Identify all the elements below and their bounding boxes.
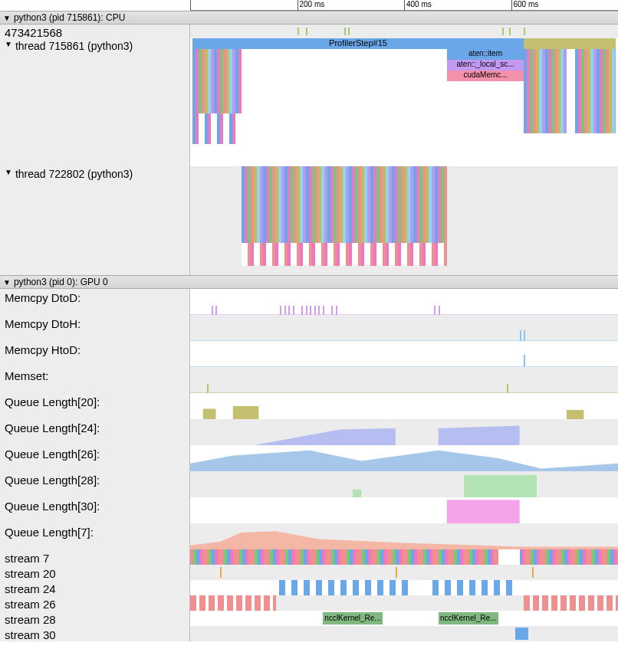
section-header-gpu[interactable]: ▼ python3 (pid 0): GPU 0 xyxy=(0,275,618,289)
stream-track[interactable] xyxy=(190,580,618,595)
gpu-row-label[interactable]: Memset: xyxy=(0,367,189,393)
gpu-row-label[interactable]: Memcpy DtoH: xyxy=(0,315,189,341)
chevron-down-icon: ▼ xyxy=(5,40,12,48)
queue-label[interactable]: Queue Length[26]: xyxy=(0,445,189,471)
nccl-kernel-bar[interactable]: ncclKernel_Re... xyxy=(323,612,383,624)
stream-track[interactable] xyxy=(190,549,618,565)
chevron-down-icon: ▼ xyxy=(5,168,12,176)
section-title: python3 (pid 715861): CPU xyxy=(14,12,125,23)
counter-label: 473421568 xyxy=(0,25,189,38)
stream-label[interactable]: stream 7 xyxy=(0,549,189,565)
svg-rect-0 xyxy=(464,475,537,497)
aten-local-bar[interactable]: aten::_local_sc... xyxy=(447,60,524,70)
stream-label[interactable]: stream 30 xyxy=(0,626,189,641)
counter-track[interactable] xyxy=(190,25,618,38)
queue-label[interactable]: Queue Length[24]: xyxy=(0,419,189,445)
stream-label[interactable]: stream 26 xyxy=(0,595,189,611)
nccl-kernel-bar[interactable]: ncclKernel_Re... xyxy=(439,612,498,624)
gpu-row-track[interactable] xyxy=(190,367,618,393)
profiler-step-bar[interactable]: ProfilerStep#15 xyxy=(192,38,524,49)
gpu-row-track[interactable] xyxy=(190,341,618,367)
thread-label[interactable]: thread 722802 (python3) xyxy=(15,168,133,180)
cpu-tracks: 473421568 ▼ thread 715861 (python3) ▼ th… xyxy=(0,25,618,275)
chevron-down-icon: ▼ xyxy=(3,14,11,22)
tick-label: 600 ms xyxy=(514,0,539,8)
gpu-row-label[interactable]: Memcpy HtoD: xyxy=(0,341,189,367)
aten-item-bar[interactable]: aten::item xyxy=(447,49,524,60)
cuda-memc-bar[interactable]: cudaMemc... xyxy=(447,70,524,81)
chevron-down-icon: ▼ xyxy=(3,278,11,287)
tick-label: 400 ms xyxy=(406,0,432,8)
thread-label[interactable]: thread 715861 (python3) xyxy=(15,40,133,52)
tick-label: 200 ms xyxy=(300,0,325,8)
section-header-cpu[interactable]: ▼ python3 (pid 715861): CPU xyxy=(0,11,618,25)
queue-label[interactable]: Queue Length[20]: xyxy=(0,393,189,419)
section-title: python3 (pid 0): GPU 0 xyxy=(14,277,108,287)
queue-track[interactable] xyxy=(190,393,618,419)
queue-label[interactable]: Queue Length[28]: xyxy=(0,471,189,497)
gpu-row-track[interactable] xyxy=(190,289,618,315)
stream-label[interactable]: stream 28 xyxy=(0,611,189,626)
queue-track[interactable] xyxy=(190,471,618,497)
queue-track[interactable] xyxy=(190,497,618,523)
stream-label[interactable]: stream 24 xyxy=(0,580,189,595)
queue-track[interactable] xyxy=(190,445,618,471)
thread-flame-1[interactable]: ProfilerStep#15 aten::item aten::_local_… xyxy=(190,38,618,166)
queue-label[interactable]: Queue Length[30]: xyxy=(0,497,189,523)
stream-track[interactable] xyxy=(190,595,618,611)
stream-label[interactable]: stream 20 xyxy=(0,565,189,580)
flame-bar[interactable] xyxy=(524,38,616,49)
gpu-tracks: Memcpy DtoD:Memcpy DtoH:Memcpy HtoD:Mems… xyxy=(0,289,618,641)
queue-label[interactable]: Queue Length[7]: xyxy=(0,523,189,549)
svg-rect-1 xyxy=(353,490,361,497)
gpu-row-track[interactable] xyxy=(190,315,618,341)
queue-track[interactable] xyxy=(190,523,618,549)
stream-track[interactable]: ncclKernel_Re...ncclKernel_Re... xyxy=(190,611,618,626)
gpu-row-label[interactable]: Memcpy DtoD: xyxy=(0,289,189,315)
queue-track[interactable] xyxy=(190,419,618,445)
stream-track[interactable] xyxy=(190,565,618,580)
time-ruler[interactable]: 200 ms 400 ms 600 ms xyxy=(190,0,618,11)
stream-track[interactable] xyxy=(190,626,618,641)
thread-flame-2[interactable] xyxy=(190,166,618,275)
svg-rect-2 xyxy=(447,500,520,523)
